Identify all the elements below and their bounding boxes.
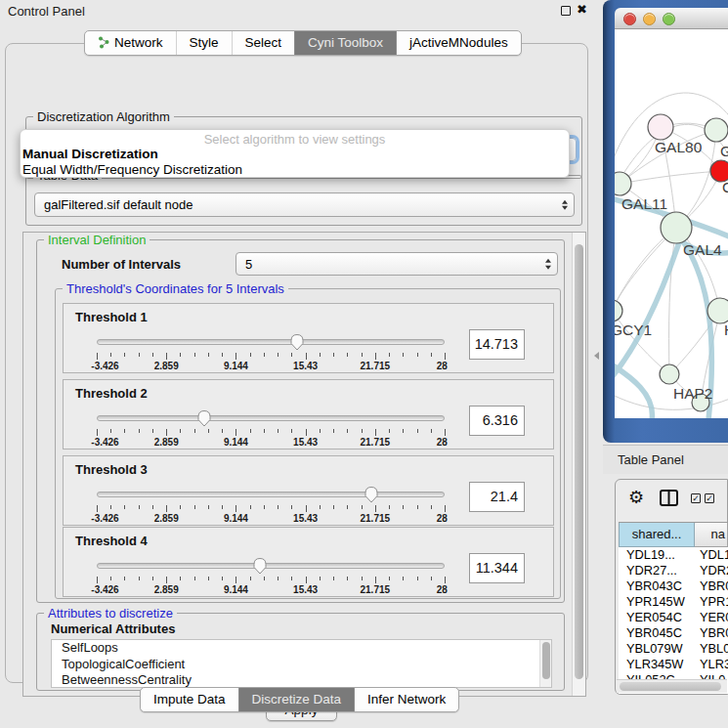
slider-thumb[interactable] bbox=[289, 333, 305, 351]
threshold-value-field[interactable]: 11.344 bbox=[469, 553, 525, 583]
tab-style[interactable]: Style bbox=[176, 31, 232, 55]
threshold-1-panel: Threshold 1 -3.4262.8599.14415.4321.7152… bbox=[63, 303, 554, 373]
cyni-bottom-tabbar: Impute DataDiscretize DataInfer Network bbox=[140, 687, 459, 712]
algorithm-dropdown-popup: Select algorithm to view settings Manual… bbox=[20, 129, 570, 178]
algorithm-option-manual-discretization[interactable]: Manual Discretization bbox=[21, 147, 569, 162]
checkbox-icon[interactable] bbox=[691, 493, 701, 503]
threshold-1-slider[interactable]: -3.4262.8599.14415.4321.71528 bbox=[97, 331, 445, 372]
minimize-traffic-light[interactable] bbox=[643, 13, 656, 25]
columns-icon[interactable] bbox=[660, 490, 678, 510]
column-header-name[interactable]: na bbox=[695, 523, 728, 547]
node-label-hap2: HAP2 bbox=[673, 385, 713, 402]
node-label-gal80: GAL80 bbox=[655, 139, 703, 155]
table-toolbar: ⚙ bbox=[616, 480, 727, 519]
attribute-item-selfloops[interactable]: SelfLoops bbox=[52, 640, 551, 657]
threshold-2-slider[interactable]: -3.4262.8599.14415.4321.71528 bbox=[97, 407, 445, 449]
network-canvas[interactable]: GAL80 G. C GAL11 GAL4 GCY1 H HAP2 bbox=[615, 29, 728, 418]
tick-label: 28 bbox=[437, 513, 448, 524]
combo-arrows-icon bbox=[545, 259, 551, 270]
table-panel-window: ⚙ shared... na YDL19...YDL1YDR27...YDR2Y… bbox=[615, 479, 728, 695]
threshold-value-field[interactable]: 21.4 bbox=[469, 482, 525, 512]
slider-thumb[interactable] bbox=[364, 486, 379, 503]
table-row[interactable]: YLR345WYLR3 bbox=[619, 657, 728, 672]
slider-track[interactable] bbox=[97, 563, 445, 569]
float-window-icon[interactable] bbox=[561, 6, 571, 16]
threshold-3-slider[interactable]: -3.4262.8599.14415.4321.71528 bbox=[97, 484, 445, 525]
tab-jactivemnodules[interactable]: jActiveMNodules bbox=[396, 31, 521, 55]
tick-label: 9.144 bbox=[224, 437, 248, 448]
tick-label: -3.426 bbox=[91, 513, 118, 524]
table-row[interactable]: YER054CYER0 bbox=[619, 610, 728, 625]
slider-track[interactable] bbox=[97, 339, 445, 345]
close-icon[interactable]: ✖ bbox=[577, 2, 587, 17]
network-window-titlebar[interactable] bbox=[615, 8, 728, 29]
settings-scrollbar[interactable] bbox=[572, 233, 585, 696]
tick-label: 28 bbox=[437, 437, 448, 448]
slider-track[interactable] bbox=[97, 415, 445, 421]
tab-discretize-data[interactable]: Discretize Data bbox=[238, 688, 355, 711]
table-cell: YER0 bbox=[695, 610, 728, 625]
node-label-gal4: GAL4 bbox=[683, 241, 722, 258]
tab-label: Select bbox=[245, 34, 282, 51]
table-row[interactable]: YDL19...YDL1 bbox=[619, 547, 728, 563]
close-traffic-light[interactable] bbox=[623, 13, 636, 25]
algorithm-options: Manual DiscretizationEqual Width/Frequen… bbox=[21, 147, 569, 177]
tab-cyni-toolbox[interactable]: Cyni Toolbox bbox=[294, 31, 396, 55]
table-cell: YBR043C bbox=[619, 578, 695, 594]
algorithm-option-equal-width-frequency-discretization[interactable]: Equal Width/Frequency Discretization bbox=[21, 162, 569, 178]
group-title: Threshold's Coordinates for 5 Intervals bbox=[63, 281, 288, 296]
slider-thumb[interactable] bbox=[196, 409, 212, 427]
table-cell: YBR0 bbox=[695, 625, 728, 641]
gear-icon[interactable]: ⚙ bbox=[628, 489, 644, 506]
tick-label: 28 bbox=[437, 361, 448, 371]
table-row[interactable]: YBR045CYBR0 bbox=[619, 625, 728, 641]
threshold-4-slider[interactable]: -3.4262.8599.14415.4321.71528 bbox=[97, 555, 445, 596]
checkbox-icon[interactable] bbox=[705, 493, 714, 503]
threshold-label: Threshold 1 bbox=[75, 310, 148, 324]
tick-label: 28 bbox=[437, 584, 448, 595]
table-hscrollbar[interactable] bbox=[617, 679, 727, 693]
table-cell: YBR045C bbox=[619, 625, 695, 641]
table-data-combobox[interactable]: galFiltered.sif default node bbox=[34, 193, 575, 217]
cyni-toolbox-panel: Discretization Algorithm Select algorith… bbox=[5, 43, 588, 683]
tab-label: jActiveMNodules bbox=[409, 34, 508, 51]
tab-network[interactable]: Network bbox=[85, 31, 176, 55]
attribute-item-topologicalcoefficient[interactable]: TopologicalCoefficient bbox=[52, 657, 551, 673]
num-intervals-combobox[interactable]: 5 bbox=[236, 252, 558, 276]
slider-scale: -3.4262.8599.14415.4321.71528 bbox=[97, 513, 445, 525]
network-view-window: GAL80 G. C GAL11 GAL4 GCY1 H HAP2 bbox=[603, 0, 728, 443]
threshold-value-field[interactable]: 6.316 bbox=[469, 406, 525, 436]
table-row[interactable]: YDR27...YDR2 bbox=[619, 563, 728, 578]
table-row[interactable]: YPR145WYPR1 bbox=[619, 594, 728, 610]
slider-ticks bbox=[97, 577, 445, 584]
tab-infer-network[interactable]: Infer Network bbox=[354, 688, 458, 711]
num-intervals-label: Number of Intervals bbox=[62, 257, 181, 272]
numerical-attributes-list[interactable]: SelfLoopsTopologicalCoefficientBetweenne… bbox=[51, 639, 552, 688]
table-cell: YER054C bbox=[619, 610, 695, 625]
table-cell: YDL1 bbox=[695, 547, 728, 563]
control-panel-tabbar: NetworkStyleSelectCyni ToolboxjActiveMNo… bbox=[84, 30, 522, 56]
node-label-gcy1: GCY1 bbox=[615, 321, 652, 338]
slider-track[interactable] bbox=[97, 492, 445, 497]
threshold-value-field[interactable]: 14.713 bbox=[469, 329, 525, 360]
tab-label: Impute Data bbox=[153, 691, 226, 707]
tab-label: Network bbox=[114, 34, 163, 51]
threshold-3-panel: Threshold 3 -3.4262.8599.14415.4321.7152… bbox=[63, 455, 554, 526]
tab-select[interactable]: Select bbox=[232, 31, 295, 55]
column-header-shared-name[interactable]: shared... bbox=[619, 523, 695, 547]
table-row[interactable]: YBL079WYBL0 bbox=[619, 641, 728, 657]
tick-label: 21.715 bbox=[361, 584, 391, 595]
slider-thumb[interactable] bbox=[252, 557, 268, 575]
list-scrollbar[interactable] bbox=[539, 640, 551, 687]
tab-impute-data[interactable]: Impute Data bbox=[141, 688, 238, 711]
tick-label: 9.144 bbox=[224, 584, 248, 595]
zoom-traffic-light[interactable] bbox=[663, 13, 675, 25]
network-icon bbox=[98, 36, 109, 49]
attribute-item-betweennesscentrality[interactable]: BetweennessCentrality bbox=[52, 672, 551, 688]
table-row[interactable]: YBR043CYBR0 bbox=[619, 578, 728, 594]
threshold-2-panel: Threshold 2 -3.4262.8599.14415.4321.7152… bbox=[63, 379, 554, 450]
threshold-label: Threshold 3 bbox=[75, 462, 148, 477]
tick-label: 2.859 bbox=[154, 361, 179, 371]
table-cell: YLR3 bbox=[695, 657, 728, 672]
splitter-grip[interactable] bbox=[594, 352, 599, 360]
